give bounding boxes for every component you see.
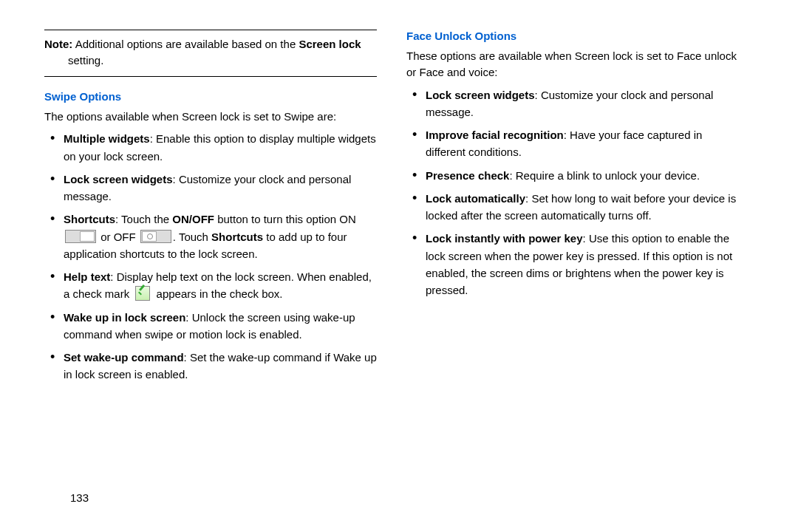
swipe-bullet-list: Multiple widgets: Enable this option to … <box>44 130 377 383</box>
toggle-on-icon <box>65 230 96 243</box>
item-title: Multiple widgets <box>64 132 150 145</box>
toggle-off-icon <box>140 230 171 243</box>
list-item: Multiple widgets: Enable this option to … <box>50 130 377 165</box>
item-title: Improve facial recognition <box>426 129 564 141</box>
list-item: Shortcuts: Touch the ON/OFF button to tu… <box>50 211 377 262</box>
face-intro: These options are available when Screen … <box>406 48 739 81</box>
item-title: Lock screen widgets <box>426 89 535 101</box>
note-label: Note: <box>44 38 72 50</box>
item-title: Wake up in lock screen <box>64 311 185 324</box>
list-item: Lock instantly with power key: Use this … <box>412 230 739 299</box>
checkmark-icon <box>135 286 150 301</box>
list-item: Wake up in lock screen: Unlock the scree… <box>50 309 377 344</box>
note-bold: Screen lock <box>299 38 361 50</box>
item-text: . Touch <box>173 231 211 243</box>
list-item: Help text: Display help text on the lock… <box>50 268 377 303</box>
item-title: Set wake-up command <box>64 351 184 364</box>
list-item: Lock screen widgets: Customize your cloc… <box>412 86 739 121</box>
item-text: : Touch the <box>115 213 172 225</box>
item-title: Help text <box>64 270 110 283</box>
right-column: Face Unlock Options These options are av… <box>406 30 739 517</box>
item-title: Shortcuts <box>64 213 115 225</box>
page-number: 133 <box>70 491 89 504</box>
note-box: Note: Additional options are available b… <box>44 30 377 77</box>
item-title: Lock screen widgets <box>64 173 173 185</box>
item-text: or OFF <box>98 231 139 243</box>
note-text-1: Additional options are available based o… <box>72 38 299 50</box>
face-bullet-list: Lock screen widgets: Customize your cloc… <box>406 86 739 299</box>
item-title: Lock instantly with power key <box>426 232 583 245</box>
list-item: Lock screen widgets: Customize your cloc… <box>50 171 377 205</box>
item-title: Presence check <box>426 169 509 182</box>
manual-page: Note: Additional options are available b… <box>0 0 798 532</box>
item-text: button to turn this option ON <box>214 213 356 225</box>
swipe-intro: The options available when Screen lock i… <box>44 109 377 125</box>
item-text: : Require a blink to unlock your device. <box>509 169 700 182</box>
list-item: Improve facial recognition: Have your fa… <box>412 126 739 161</box>
list-item: Lock automatically: Set how long to wait… <box>412 190 739 225</box>
note-text-2: setting. <box>68 54 103 66</box>
list-item: Presence check: Require a blink to unloc… <box>412 167 739 184</box>
face-unlock-heading: Face Unlock Options <box>406 30 739 42</box>
item-text: appears in the check box. <box>153 287 282 300</box>
left-column: Note: Additional options are available b… <box>44 30 377 517</box>
shortcuts-word: Shortcuts <box>211 231 263 243</box>
list-item: Set wake-up command: Set the wake-up com… <box>50 349 377 383</box>
item-title: Lock automatically <box>426 192 525 205</box>
swipe-options-heading: Swipe Options <box>44 90 377 103</box>
onoff-label: ON/OFF <box>172 213 214 225</box>
